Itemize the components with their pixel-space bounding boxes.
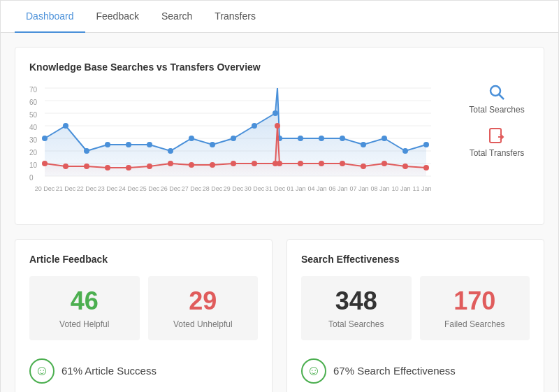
svg-text:24 Dec: 24 Dec [119,185,139,192]
voted-unhelpful-box: 29 Voted Unhelpful [148,276,259,340]
failed-searches-label: Failed Searches [428,319,522,329]
article-smiley-icon: ☺ [29,358,55,384]
svg-text:23 Dec: 23 Dec [98,185,118,192]
svg-text:06 Jan: 06 Jan [328,185,347,192]
search-smiley-icon: ☺ [301,358,326,384]
transfer-legend-icon [487,126,507,145]
chart-svg: 70 60 50 40 30 20 10 0 [29,82,453,210]
total-searches-box: 348 Total Searches [301,276,412,340]
tab-dashboard[interactable]: Dashboard [15,1,85,33]
svg-text:30: 30 [29,136,38,144]
svg-point-51 [277,161,282,166]
voted-unhelpful-label: Voted Unhelpful [157,319,250,329]
search-stat-boxes: 348 Total Searches 170 Failed Searches [301,276,530,340]
feedback-stat-boxes: 46 Voted Helpful 29 Voted Unhelpful [29,276,258,340]
svg-point-19 [63,123,68,129]
failed-searches-box: 170 Failed Searches [420,276,530,340]
svg-point-22 [126,142,131,147]
svg-point-56 [382,161,387,166]
svg-point-78 [491,86,500,96]
voted-helpful-box: 46 Voted Helpful [29,276,140,340]
svg-text:26 Dec: 26 Dec [161,185,181,192]
svg-point-46 [210,162,215,168]
search-success-text: 67% Search Effectiveness [333,365,456,377]
svg-text:01 Jan: 01 Jan [286,185,305,192]
total-searches-number: 348 [310,287,403,315]
chart-card: Knowledge Base Searches vs Transfers Ove… [15,47,544,225]
search-legend-icon [487,82,507,102]
svg-text:31 Dec: 31 Dec [266,185,286,192]
article-success-text: 61% Article Success [61,365,157,377]
svg-point-28 [252,123,257,129]
svg-point-41 [105,165,110,170]
svg-point-42 [126,165,131,170]
svg-rect-80 [490,129,501,143]
svg-text:27 Dec: 27 Dec [182,185,202,192]
svg-point-53 [319,161,324,166]
svg-point-38 [42,161,48,166]
article-success-row: ☺ 61% Article Success [29,351,258,386]
cards-row: Article Feedback 46 Voted Helpful 29 Vot… [15,239,544,392]
legend-searches-label: Total Searches [469,105,524,115]
svg-point-40 [84,164,89,169]
tab-search[interactable]: Search [150,1,203,33]
voted-unhelpful-number: 29 [157,287,250,315]
svg-point-47 [231,161,236,166]
feedback-card: Article Feedback 46 Voted Helpful 29 Vot… [15,239,273,392]
main-content: Knowledge Base Searches vs Transfers Ove… [1,33,558,392]
svg-point-58 [423,165,429,170]
voted-helpful-label: Voted Helpful [38,319,131,329]
app-container: Dashboard Feedback Search Transfers Know… [0,0,559,392]
failed-searches-number: 170 [428,287,522,315]
svg-text:0: 0 [29,174,34,182]
svg-text:08 Jan: 08 Jan [370,185,389,192]
svg-point-37 [423,142,429,147]
search-success-row: ☺ 67% Search Effectiveness [301,351,530,386]
svg-text:10 Jan: 10 Jan [391,185,410,192]
svg-point-20 [84,148,89,154]
svg-text:10: 10 [29,161,38,169]
svg-point-21 [105,142,110,147]
chart-title: Knowledge Base Searches vs Transfers Ove… [29,61,530,73]
tabs-bar: Dashboard Feedback Search Transfers [1,1,558,33]
svg-point-33 [340,136,345,141]
svg-text:04 Jan: 04 Jan [307,185,326,192]
total-searches-label: Total Searches [310,319,403,329]
svg-point-32 [319,136,324,141]
svg-text:20: 20 [29,149,38,157]
svg-point-34 [361,142,366,147]
svg-point-27 [231,136,236,141]
chart-legend: Total Searches Total Transfers [453,82,530,158]
svg-text:70: 70 [29,86,38,94]
svg-line-79 [499,94,504,99]
svg-point-50 [275,123,280,129]
svg-point-44 [168,161,173,166]
svg-point-52 [298,161,303,166]
search-effectiveness-card: Search Effectiveness 348 Total Searches … [286,239,544,392]
svg-text:60: 60 [29,99,38,106]
svg-point-23 [147,142,152,147]
svg-point-48 [252,161,257,166]
svg-text:40: 40 [29,124,38,131]
svg-point-18 [42,136,48,141]
tab-transfers[interactable]: Transfers [203,1,267,33]
svg-point-55 [361,164,366,169]
svg-point-35 [382,136,387,141]
svg-text:21 Dec: 21 Dec [56,185,76,192]
chart-area: 70 60 50 40 30 20 10 0 [29,82,530,210]
svg-point-43 [147,164,152,169]
legend-total-transfers: Total Transfers [464,126,530,158]
legend-transfers-label: Total Transfers [470,148,525,158]
tab-feedback[interactable]: Feedback [85,1,150,33]
search-card-title: Search Effectiveness [301,254,530,265]
voted-helpful-number: 46 [38,287,131,315]
svg-point-45 [189,162,194,168]
svg-text:07 Jan: 07 Jan [349,185,368,192]
svg-text:30 Dec: 30 Dec [245,185,265,192]
legend-total-searches: Total Searches [464,82,530,115]
feedback-card-title: Article Feedback [29,254,258,265]
svg-point-25 [189,136,194,141]
svg-point-29 [273,110,278,116]
svg-point-26 [210,142,215,147]
svg-text:11 Jan: 11 Jan [412,185,431,192]
